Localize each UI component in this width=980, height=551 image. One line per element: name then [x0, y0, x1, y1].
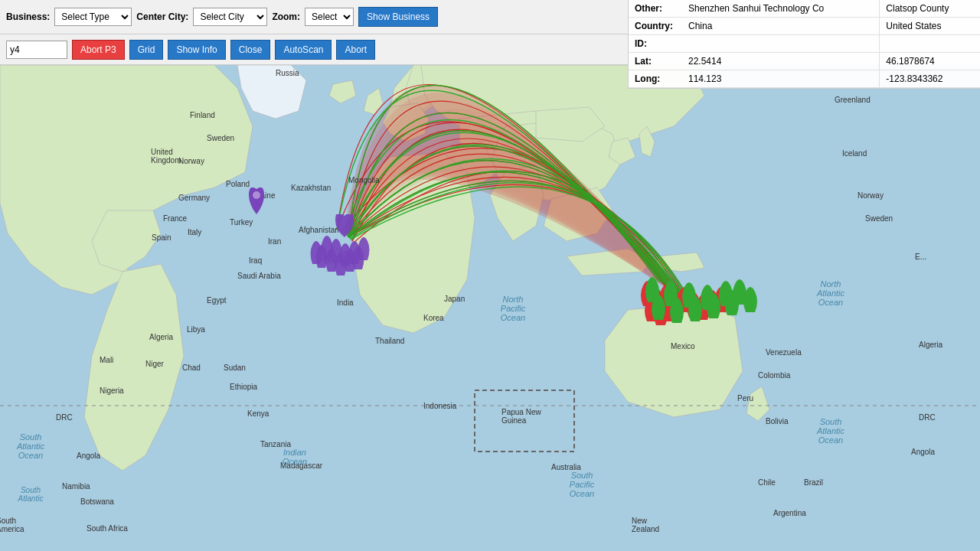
abort-p3-button[interactable]: Abort P3 [72, 40, 125, 60]
info-col1: China [682, 18, 880, 35]
info-col2 [880, 35, 980, 53]
table-row: Long: 114.123 -123.8343362 [629, 70, 980, 88]
info-label: ID: [629, 35, 682, 53]
close-button[interactable]: Close [230, 40, 271, 60]
show-info-button[interactable]: Show Info [168, 40, 225, 60]
info-col2: -123.8343362 [880, 70, 980, 88]
info-col2: United States [880, 18, 980, 35]
info-col2: 46.1878674 [880, 53, 980, 70]
center-city-label: Center City: [136, 11, 188, 22]
info-label: Other: [629, 0, 682, 18]
table-row: ID: [629, 35, 980, 53]
grid-button[interactable]: Grid [129, 40, 164, 60]
info-label: Lat: [629, 53, 682, 70]
table-row: Other: Shenzhen Sanhui Technology Co Cla… [629, 0, 980, 18]
world-map-svg [0, 65, 980, 551]
info-col1: Shenzhen Sanhui Technology Co [682, 0, 880, 18]
table-row: Lat: 22.5414 46.1878674 [629, 53, 980, 70]
info-col1: 114.123 [682, 70, 880, 88]
center-city-select[interactable]: Select City New York Los Angeles Chicago [193, 8, 267, 26]
info-panel: Other: Shenzhen Sanhui Technology Co Cla… [628, 0, 980, 89]
info-table: Other: Shenzhen Sanhui Technology Co Cla… [629, 0, 980, 88]
info-col1: 22.5414 [682, 53, 880, 70]
zoom-label: Zoom: [272, 11, 300, 22]
map-container[interactable]: Russia Finland Sweden Norway Poland Ukra… [0, 65, 980, 551]
text-input[interactable] [6, 41, 67, 59]
show-business-button[interactable]: Show Business [358, 7, 438, 27]
business-label: Business: [6, 11, 50, 22]
business-type-select[interactable]: Select Type Manufacturer Supplier Distri… [54, 8, 132, 26]
zoom-select[interactable]: Select 12345 [305, 8, 354, 26]
info-col2: Clatsop County [880, 0, 980, 18]
abort-button[interactable]: Abort [336, 40, 375, 60]
autoscan-button[interactable]: AutoScan [275, 40, 332, 60]
info-col1 [682, 35, 880, 53]
info-label: Long: [629, 70, 682, 88]
info-label: Country: [629, 18, 682, 35]
table-row: Country: China United States [629, 18, 980, 35]
